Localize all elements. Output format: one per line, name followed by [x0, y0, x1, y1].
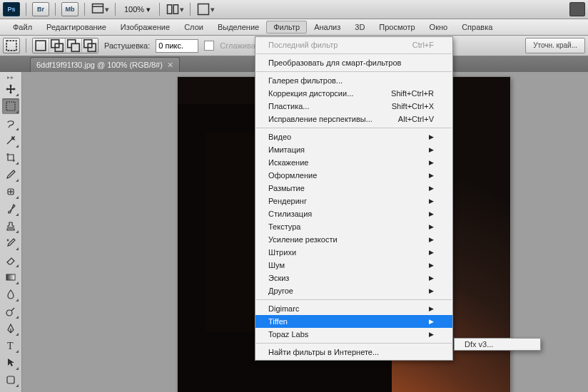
separator — [26, 38, 26, 53]
cs-live-icon[interactable] — [569, 2, 585, 16]
minibridge-icon[interactable]: Mb — [61, 2, 78, 16]
screen-mode-icon[interactable]: ▾ — [91, 3, 109, 16]
menu-separator — [256, 343, 452, 344]
blur-tool-icon[interactable] — [2, 287, 19, 302]
menu-item-tiffen[interactable]: Tiffen▶ — [255, 315, 452, 328]
menu-edit[interactable]: Редактирование — [39, 21, 113, 33]
menu-item-pixelate[interactable]: Оформление▶ — [255, 169, 452, 182]
svg-rect-0 — [93, 4, 103, 14]
app-iconbar: Ps Br Mb ▾ 100% ▾ ▾ ▾ — [0, 0, 588, 19]
menu-file[interactable]: Файл — [6, 21, 39, 33]
separator — [190, 3, 191, 16]
svg-rect-6 — [36, 41, 46, 51]
menu-item-artistic[interactable]: Имитация▶ — [255, 143, 452, 156]
menu-item-smart[interactable]: Преобразовать для смарт-фильтров — [255, 56, 452, 69]
feather-label: Растушевка: — [104, 41, 150, 50]
select-intersect-icon[interactable] — [82, 38, 98, 53]
menu-window[interactable]: Окно — [422, 21, 455, 33]
menu-item-gallery[interactable]: Галерея фильтров... — [255, 74, 452, 87]
menu-3d[interactable]: 3D — [348, 21, 372, 33]
ps-logo-icon[interactable]: Ps — [3, 2, 20, 16]
history-brush-tool-icon[interactable] — [2, 235, 19, 251]
tool-preset-icon[interactable] — [3, 38, 20, 53]
app-window: Ps Br Mb ▾ 100% ▾ ▾ ▾ Файл Редактировани… — [0, 0, 588, 392]
workspace: ▸▸ T — [0, 72, 588, 392]
separator — [115, 3, 116, 16]
menu-item-video[interactable]: Видео▶ — [255, 130, 452, 143]
brush-tool-icon[interactable] — [2, 201, 19, 217]
arrange-icon[interactable]: ▾ — [166, 3, 184, 16]
tiffen-submenu: Dfx v3... — [454, 338, 541, 351]
dodge-tool-icon[interactable] — [2, 304, 19, 319]
menu-item-topaz[interactable]: Topaz Labs▶ — [255, 328, 452, 341]
palette-grip-icon[interactable]: ▸▸ — [0, 73, 21, 81]
menu-filter[interactable]: Фильтр — [266, 21, 307, 33]
pen-tool-icon[interactable] — [2, 321, 19, 336]
doc-layout-icon[interactable]: ▾ — [196, 3, 215, 16]
menu-item-distort[interactable]: Искажение▶ — [255, 156, 452, 169]
select-add-icon[interactable] — [49, 38, 66, 53]
eyedropper-tool-icon[interactable] — [2, 167, 19, 182]
menu-view[interactable]: Просмотр — [372, 21, 422, 33]
move-tool-icon[interactable] — [2, 81, 19, 97]
menu-item-render[interactable]: Рендеринг▶ — [255, 195, 452, 207]
select-subtract-icon[interactable] — [66, 38, 82, 53]
menubar: Файл Редактирование Изображение Слои Выд… — [0, 19, 588, 36]
menu-item-lens[interactable]: Коррекция дисторсии...Shift+Ctrl+R — [255, 87, 452, 100]
separator — [84, 3, 85, 16]
menu-item-liquify[interactable]: Пластика...Shift+Ctrl+X — [255, 100, 452, 113]
path-select-tool-icon[interactable] — [2, 355, 19, 371]
stamp-tool-icon[interactable] — [2, 218, 19, 234]
submenu-item-dfx[interactable]: Dfx v3... — [455, 340, 540, 349]
svg-text:T: T — [7, 341, 14, 351]
svg-rect-10 — [71, 43, 79, 51]
menu-image[interactable]: Изображение — [113, 21, 177, 33]
menu-item-stylize[interactable]: Стилизация▶ — [255, 207, 452, 220]
menu-item-noise[interactable]: Шум▶ — [255, 259, 452, 272]
menu-select[interactable]: Выделение — [211, 21, 266, 33]
svg-rect-5 — [6, 41, 16, 51]
marquee-tool-icon[interactable] — [2, 98, 19, 114]
zoom-level[interactable]: 100% ▾ — [121, 5, 153, 14]
menu-layers[interactable]: Слои — [177, 21, 211, 33]
menu-item-last-filter: Последний фильтрCtrl+F — [255, 38, 452, 51]
menu-separator — [256, 299, 452, 300]
menu-separator — [256, 71, 452, 72]
menu-item-vanish[interactable]: Исправление перспективы...Alt+Ctrl+V — [255, 113, 452, 125]
menu-analysis[interactable]: Анализ — [307, 21, 348, 33]
menu-item-texture[interactable]: Текстура▶ — [255, 220, 452, 233]
svg-rect-2 — [168, 5, 172, 14]
svg-rect-17 — [6, 274, 15, 280]
close-tab-icon[interactable]: ✕ — [167, 61, 173, 70]
bridge-icon[interactable]: Br — [32, 2, 49, 16]
menu-item-sketch[interactable]: Эскиз▶ — [255, 272, 452, 284]
selection-mode-group — [32, 38, 98, 53]
document-tab-title: 6ddf19f91f30.jpg @ 100% (RGB/8#) — [36, 61, 163, 69]
filter-menu: Последний фильтрCtrl+F Преобразовать для… — [255, 36, 453, 361]
feather-input[interactable] — [156, 39, 198, 53]
document-tab[interactable]: 6ddf19f91f30.jpg @ 100% (RGB/8#) ✕ — [30, 57, 180, 72]
menu-help[interactable]: Справка — [455, 21, 500, 33]
select-new-icon[interactable] — [33, 38, 49, 53]
type-tool-icon[interactable]: T — [2, 338, 19, 354]
menu-item-sharpen[interactable]: Усиление резкости▶ — [255, 233, 452, 246]
refine-edge-button[interactable]: Уточн. край... — [525, 38, 585, 53]
menu-item-brush[interactable]: Штрихи▶ — [255, 246, 452, 259]
menu-separator — [256, 53, 452, 54]
eraser-tool-icon[interactable] — [2, 252, 19, 268]
menu-item-digimarc[interactable]: Digimarc▶ — [255, 302, 452, 315]
separator — [26, 3, 26, 16]
wand-tool-icon[interactable] — [2, 133, 19, 148]
menu-item-browse-online[interactable]: Найти фильтры в Интернете... — [255, 346, 452, 359]
heal-tool-icon[interactable] — [2, 184, 19, 200]
menu-separator — [256, 128, 452, 128]
menu-item-blur[interactable]: Размытие▶ — [255, 182, 452, 195]
svg-rect-21 — [7, 376, 14, 383]
separator — [159, 3, 160, 16]
tool-palette: ▸▸ T — [0, 72, 22, 392]
gradient-tool-icon[interactable] — [2, 269, 19, 285]
lasso-tool-icon[interactable] — [2, 115, 19, 131]
shape-tool-icon[interactable] — [2, 372, 19, 388]
crop-tool-icon[interactable] — [2, 150, 19, 165]
menu-item-other[interactable]: Другое▶ — [255, 284, 452, 297]
